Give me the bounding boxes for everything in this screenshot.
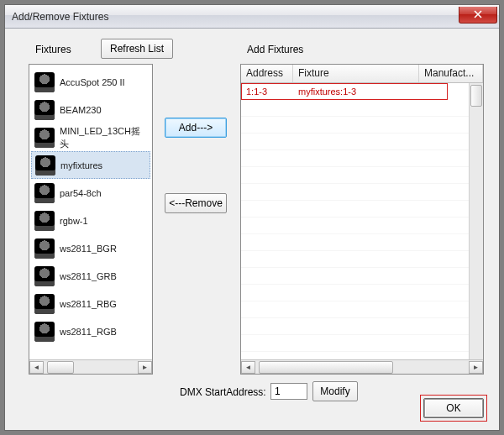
- fixtures-list-hscroll[interactable]: ◄ ►: [29, 359, 152, 374]
- fixture-icon: [34, 128, 55, 148]
- modify-button[interactable]: Modify: [312, 381, 358, 401]
- scroll-track[interactable]: [44, 361, 138, 374]
- list-item[interactable]: ws2811_RGB: [31, 317, 150, 345]
- grid-scroll-thumb[interactable]: [259, 361, 393, 374]
- titlebar[interactable]: Add/Remove Fixtures: [5, 5, 499, 29]
- col-header-fixture[interactable]: Fixture: [293, 65, 419, 82]
- list-item-label: par54-8ch: [60, 188, 102, 198]
- cell-fixture: myfixtures:1-3: [293, 86, 419, 97]
- list-item-label: BEAM230: [60, 105, 102, 115]
- list-item[interactable]: rgbw-1: [31, 207, 150, 234]
- list-item-label: ws2811_BGR: [60, 244, 117, 254]
- refresh-list-label: Refresh List: [110, 43, 164, 55]
- table-row[interactable]: 1:1-3myfixtures:1-3: [241, 83, 483, 100]
- fixture-icon: [35, 155, 55, 176]
- col-header-address[interactable]: Address: [241, 65, 293, 82]
- close-icon: [474, 10, 482, 18]
- list-item[interactable]: BEAM230: [31, 96, 150, 123]
- grid-vscroll[interactable]: [469, 83, 483, 359]
- fixture-icon: [34, 211, 55, 231]
- add-button[interactable]: Add--->: [165, 118, 227, 138]
- ok-highlight-box: OK: [420, 395, 487, 422]
- close-button[interactable]: [459, 7, 497, 24]
- dmx-start-address-input[interactable]: [270, 383, 307, 400]
- remove-button-label: <---Remove: [169, 197, 223, 209]
- fixture-icon: [34, 266, 55, 286]
- fixture-icon: [34, 183, 55, 203]
- scroll-thumb[interactable]: [47, 361, 74, 374]
- cell-address: 1:1-3: [241, 86, 293, 97]
- list-item[interactable]: MINI_LED_13CH摇头: [31, 123, 150, 151]
- list-item-label: ws2811_RGB: [60, 327, 117, 337]
- grid-vscroll-thumb[interactable]: [470, 85, 482, 107]
- fixture-icon: [34, 238, 55, 259]
- fixture-icon: [34, 100, 55, 120]
- grid-body[interactable]: 1:1-3myfixtures:1-3: [241, 83, 483, 359]
- ok-button[interactable]: OK: [423, 398, 484, 418]
- ok-button-label: OK: [446, 402, 460, 414]
- list-item-label: ws2811_GRB: [60, 271, 117, 281]
- grid-scroll-left-arrow-icon[interactable]: ◄: [241, 361, 255, 374]
- grid-scroll-track[interactable]: [255, 361, 469, 374]
- fixtures-list[interactable]: AccuSpot 250 IIBEAM230MINI_LED_13CH摇头myf…: [29, 64, 153, 375]
- added-fixtures-grid[interactable]: Address Fixture Manufact... 1:1-3myfixtu…: [240, 64, 484, 375]
- grid-header[interactable]: Address Fixture Manufact...: [241, 65, 483, 83]
- list-item[interactable]: ws2811_BGR: [31, 234, 150, 262]
- list-item[interactable]: ws2811_GRB: [31, 262, 150, 290]
- scroll-left-arrow-icon[interactable]: ◄: [29, 361, 44, 374]
- fixture-icon: [34, 294, 55, 314]
- list-item[interactable]: AccuSpot 250 II: [31, 68, 150, 96]
- remove-button[interactable]: <---Remove: [165, 193, 227, 213]
- list-item-label: ws2811_RBG: [60, 299, 117, 309]
- grid-scroll-right-arrow-icon[interactable]: ►: [469, 361, 483, 374]
- list-item[interactable]: myfixtures: [31, 151, 150, 179]
- scroll-right-arrow-icon[interactable]: ►: [138, 361, 152, 374]
- client-area: Fixtures Refresh List Add Fixtures AccuS…: [5, 29, 499, 430]
- list-item-label: MINI_LED_13CH摇头: [60, 125, 147, 150]
- add-fixtures-label: Add Fixtures: [247, 44, 303, 55]
- fixtures-label: Fixtures: [35, 44, 71, 55]
- list-item[interactable]: par54-8ch: [31, 179, 150, 207]
- add-remove-fixtures-dialog: Add/Remove Fixtures Fixtures Refresh Lis…: [4, 4, 500, 431]
- refresh-list-button[interactable]: Refresh List: [101, 39, 173, 59]
- fixture-icon: [34, 72, 55, 92]
- fixture-icon: [34, 322, 55, 342]
- list-item-label: myfixtures: [60, 160, 102, 170]
- list-item[interactable]: ws2811_RBG: [31, 290, 150, 317]
- list-item-label: AccuSpot 250 II: [60, 77, 125, 87]
- dmx-start-address-label: DMX StartAddress:: [180, 386, 266, 398]
- list-item-label: rgbw-1: [60, 216, 88, 226]
- grid-hscroll[interactable]: ◄ ►: [241, 359, 483, 374]
- window-title: Add/Remove Fixtures: [12, 11, 108, 23]
- col-header-manufacturer[interactable]: Manufact...: [419, 65, 483, 82]
- modify-button-label: Modify: [320, 385, 349, 397]
- add-button-label: Add--->: [179, 122, 213, 134]
